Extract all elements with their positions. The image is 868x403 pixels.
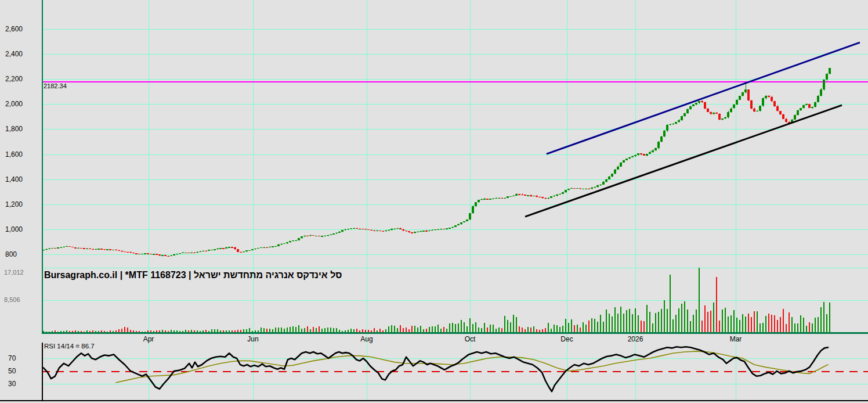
- lower-channel-line: [525, 105, 842, 217]
- rsi-axis-label: 30: [8, 380, 16, 388]
- price-axis-label: 2,600: [5, 25, 23, 33]
- price-axis-label: 1,000: [5, 225, 23, 233]
- x-axis-label: Jun: [240, 335, 266, 343]
- rsi-axis-label: 70: [8, 354, 16, 362]
- rsi-line: [44, 347, 828, 391]
- price-axis-label: 1,800: [5, 125, 23, 133]
- x-axis-label: 2026: [623, 335, 648, 343]
- rsi-indicator-label: RSI 14/14 = 86.7: [44, 343, 95, 350]
- x-axis-label: Mar: [723, 335, 748, 343]
- price-axis-label: 800: [5, 250, 17, 258]
- x-axis-label: Aug: [354, 335, 379, 343]
- x-axis-label: Oct: [457, 335, 483, 343]
- price-axis-label: 1,600: [5, 150, 23, 159]
- price-axis-label: 2,200: [5, 75, 23, 83]
- price-axis-label: 2,400: [5, 50, 23, 58]
- price-axis-label: 1,400: [5, 175, 23, 183]
- volume-axis-label: 8,506: [4, 296, 20, 304]
- chart-title: Bursagraph.co.il | *MTF 1168723 | סל אינ…: [44, 269, 342, 281]
- price-gridlines: [42, 30, 868, 255]
- price-axis-label: 2,000: [5, 100, 23, 108]
- x-axis-label: Dec: [554, 335, 580, 343]
- candlestick-series: [42, 68, 831, 257]
- stock-chart-window: 8001,0001,2001,4001,6001,8002,0002,2002,…: [0, 0, 868, 403]
- price-axis-label: 1,200: [5, 200, 23, 208]
- x-axis-label: Apr: [136, 335, 161, 343]
- rsi-axis-label: 50: [8, 367, 16, 375]
- volume-axis-label: 17,012: [4, 269, 24, 276]
- rsi-gridlines: [42, 359, 868, 384]
- price-marker-label: 2182.34: [44, 82, 67, 89]
- upper-channel-line: [547, 42, 860, 154]
